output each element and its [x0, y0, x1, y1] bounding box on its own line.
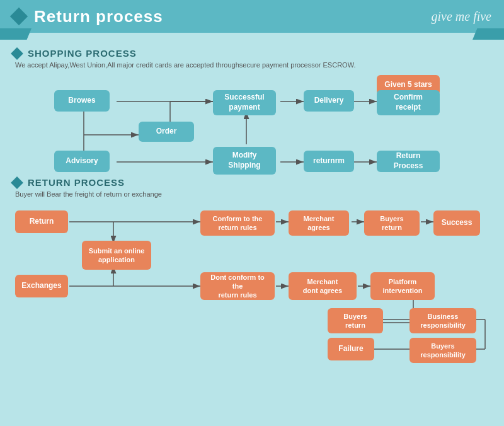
buyers-responsibility-box: Buyers responsibility	[410, 338, 476, 363]
page-title: Return process	[34, 7, 163, 26]
exchanges-button[interactable]: Exchanges	[15, 275, 68, 297]
buyers-return2-box: Buyers return	[328, 308, 383, 333]
shopping-flow: Given 5 stars Browes Successful payment …	[13, 75, 491, 176]
order-box: Order	[139, 122, 194, 142]
logo-text: give me five	[432, 9, 492, 24]
return-subtitle: Buyer will Bear the freight of return or…	[15, 190, 491, 198]
return-section-title: RETURN PROCESS	[28, 177, 125, 188]
return-diamond-icon	[11, 176, 23, 189]
platform-intervention-box: Platform intervention	[370, 272, 435, 300]
failure-box: Failure	[328, 338, 374, 360]
return-section-header: RETURN PROCESS	[13, 177, 491, 188]
shopping-section-title: SHOPPING PROCESS	[28, 48, 137, 59]
shopping-diamond-icon	[11, 47, 23, 60]
confirm-receipt-box2: Confirm receipt	[377, 90, 440, 115]
merchant-dont-agrees-box: Merchant dont agrees	[289, 272, 357, 300]
shopping-flow-area: Given 5 stars Browes Successful payment …	[13, 75, 491, 176]
header: Return process give me five	[0, 0, 504, 33]
successful-payment-box: Successful payment	[213, 90, 276, 115]
shopping-section-header: SHOPPING PROCESS	[13, 48, 491, 59]
shopping-subtitle: We accept Alipay,West Union,All major cr…	[15, 61, 491, 69]
browes-box: Browes	[54, 90, 110, 112]
business-responsibility-box: Business responsibility	[410, 308, 476, 333]
advisory-box: Advisory	[54, 151, 110, 172]
submit-online-box: Submit an online application	[82, 241, 151, 270]
main-content: SHOPPING PROCESS We accept Alipay,West U…	[0, 33, 504, 378]
return-flow: Return Exchanges Submit an online applic…	[13, 204, 491, 368]
dont-conform-rules-box: Dont conform to the return rules	[200, 272, 275, 300]
modify-shipping-box: Modify Shipping	[213, 147, 276, 175]
buyers-return1-box: Buyers return	[364, 210, 420, 236]
merchant-agrees-box: Merchant agrees	[289, 210, 349, 236]
return-button[interactable]: Return	[15, 210, 68, 233]
return-process-box: Return Process	[377, 151, 440, 172]
conform-rules-box: Conform to the return rules	[200, 210, 275, 236]
header-diamond-icon	[10, 8, 28, 25]
return-flow-area: Return Exchanges Submit an online applic…	[13, 204, 491, 368]
returnrm-box: returnrm	[304, 151, 354, 172]
success-box: Success	[433, 210, 480, 236]
delivery-box: Delivery	[304, 90, 354, 112]
